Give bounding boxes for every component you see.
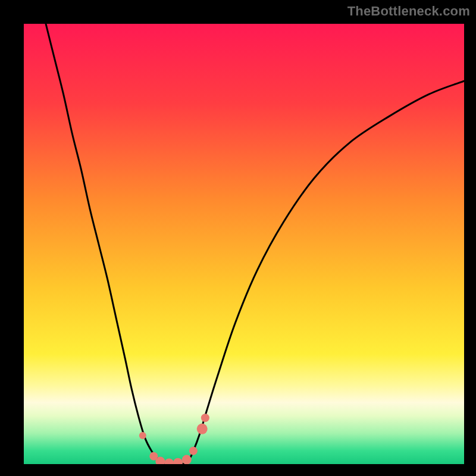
- svg-rect-0: [24, 24, 464, 464]
- watermark-text: TheBottleneck.com: [347, 4, 470, 19]
- plot-area: [24, 24, 464, 464]
- chart-frame: TheBottleneck.com: [0, 0, 476, 476]
- gradient-background: [24, 24, 464, 464]
